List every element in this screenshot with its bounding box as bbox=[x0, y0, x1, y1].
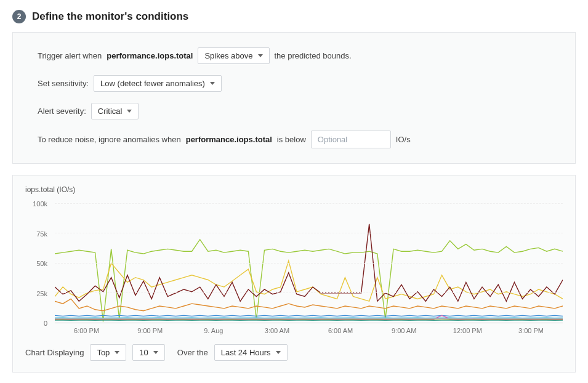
caret-down-icon bbox=[153, 351, 158, 354]
caret-down-icon bbox=[276, 351, 281, 354]
trigger-direction-value: Spikes above bbox=[204, 51, 252, 60]
chart-x-axis: 6:00 PM9:00 PM9. Aug3:00 AM6:00 AM9:00 A… bbox=[55, 326, 563, 337]
chart-panel: iops.total (IO/s) 025k50k75k100k 6:00 PM… bbox=[12, 175, 576, 373]
noise-metric: performance.iops.total bbox=[186, 135, 272, 144]
caret-down-icon bbox=[258, 54, 263, 57]
severity-row: Alert severity: Critical bbox=[38, 103, 550, 119]
severity-value: Critical bbox=[98, 107, 123, 116]
trigger-prefix: Trigger alert when bbox=[38, 51, 102, 60]
chart-displaying-label: Chart Displaying bbox=[25, 348, 84, 357]
noise-prefix: To reduce noise, ignore anomalies when bbox=[38, 135, 181, 144]
chart-controls: Chart Displaying Top 10 Over the Last 24… bbox=[25, 344, 563, 361]
sensitivity-value: Low (detect fewer anomalies) bbox=[100, 79, 205, 88]
chart-title: iops.total (IO/s) bbox=[25, 185, 563, 194]
conditions-panel: Trigger alert when performance.iops.tota… bbox=[12, 32, 576, 164]
severity-select[interactable]: Critical bbox=[91, 103, 139, 119]
chart-plot bbox=[55, 204, 563, 323]
trigger-suffix: the predicted bounds. bbox=[275, 51, 352, 60]
trigger-metric: performance.iops.total bbox=[107, 51, 193, 60]
section-title: Define the monitor's conditions bbox=[32, 10, 188, 23]
step-number-badge: 2 bbox=[12, 10, 26, 23]
caret-down-icon bbox=[210, 82, 215, 85]
chart-count-value: 10 bbox=[139, 348, 148, 357]
chart-top-select[interactable]: Top bbox=[90, 344, 126, 361]
trigger-direction-select[interactable]: Spikes above bbox=[198, 47, 269, 64]
chart-over-label: Over the bbox=[177, 348, 208, 357]
severity-label: Alert severity: bbox=[38, 107, 86, 116]
noise-threshold-input[interactable] bbox=[311, 131, 391, 148]
chart-area: 025k50k75k100k 6:00 PM9:00 PM9. Aug3:00 … bbox=[25, 195, 563, 337]
chart-count-select[interactable]: 10 bbox=[132, 344, 164, 361]
trigger-row: Trigger alert when performance.iops.tota… bbox=[38, 47, 550, 64]
noise-mid: is below bbox=[277, 135, 306, 144]
chart-y-axis: 025k50k75k100k bbox=[25, 204, 51, 323]
sensitivity-select[interactable]: Low (detect fewer anomalies) bbox=[94, 75, 222, 92]
chart-range-select[interactable]: Last 24 Hours bbox=[214, 344, 288, 361]
sensitivity-label: Set sensitivity: bbox=[38, 79, 89, 88]
sensitivity-row: Set sensitivity: Low (detect fewer anoma… bbox=[38, 75, 550, 92]
chart-lines bbox=[55, 204, 563, 323]
chart-top-value: Top bbox=[97, 348, 110, 357]
section-header: 2 Define the monitor's conditions bbox=[12, 10, 576, 23]
chart-range-value: Last 24 Hours bbox=[221, 348, 271, 357]
noise-row: To reduce noise, ignore anomalies when p… bbox=[38, 131, 550, 148]
caret-down-icon bbox=[115, 351, 119, 354]
caret-down-icon bbox=[127, 110, 132, 113]
noise-unit: IO/s bbox=[396, 135, 411, 144]
